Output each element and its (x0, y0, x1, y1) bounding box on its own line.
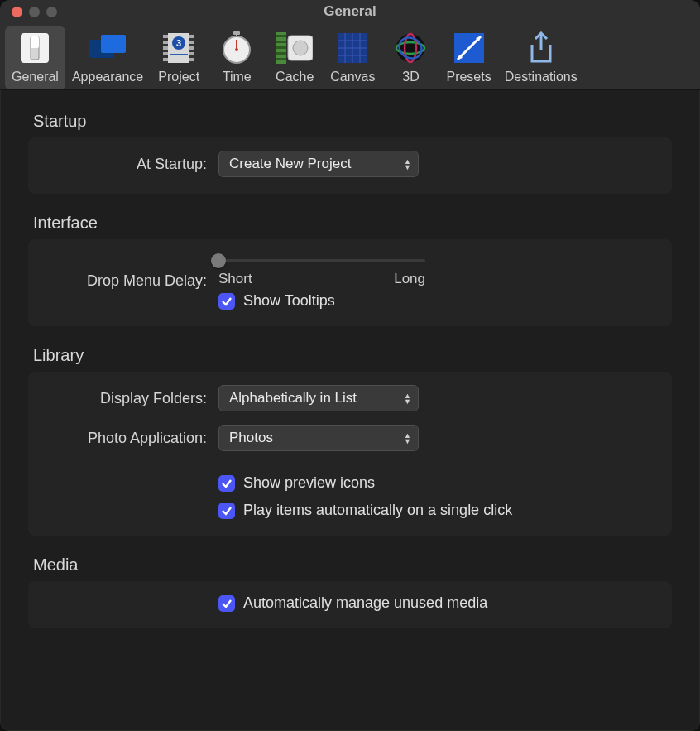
tab-destinations[interactable]: Destinations (498, 26, 584, 89)
svg-rect-8 (163, 35, 168, 38)
check-icon (221, 505, 233, 517)
svg-rect-28 (276, 41, 286, 43)
tab-label: Project (158, 70, 199, 84)
panel-media: Automatically manage unused media (28, 581, 672, 628)
section-heading-media: Media (33, 555, 672, 575)
svg-rect-16 (189, 52, 194, 55)
svg-rect-17 (189, 58, 194, 61)
tab-label: Appearance (72, 70, 143, 84)
slider-min-label: Short (218, 271, 252, 287)
panel-startup: At Startup: Create New Project ▲▼ (28, 137, 672, 194)
label-show-preview-icons: Show preview icons (243, 474, 375, 492)
popup-at-startup[interactable]: Create New Project ▲▼ (218, 151, 419, 177)
content-area: Startup At Startup: Create New Project ▲… (0, 90, 700, 665)
popup-photo-application[interactable]: Photos ▲▼ (218, 425, 419, 451)
svg-rect-15 (189, 46, 194, 50)
checkbox-play-auto[interactable] (218, 503, 235, 519)
tab-label: Cache (276, 70, 314, 84)
tab-presets[interactable]: Presets (439, 26, 497, 89)
slider-thumb-icon[interactable] (211, 253, 226, 268)
tab-label: Canvas (330, 70, 375, 84)
film-icon: 3 (161, 30, 197, 66)
label-show-tooltips: Show Tooltips (243, 292, 335, 310)
label-auto-manage-media: Automatically manage unused media (243, 594, 487, 612)
popup-value: Photos (229, 430, 273, 446)
checkbox-show-preview-icons[interactable] (218, 475, 235, 492)
popup-display-folders[interactable]: Alphabetically in List ▲▼ (218, 385, 419, 411)
svg-rect-27 (276, 35, 286, 37)
tab-3d[interactable]: 3D (381, 26, 439, 89)
tab-canvas[interactable]: Canvas (324, 26, 381, 89)
svg-rect-2 (31, 36, 39, 48)
window-title: General (0, 3, 700, 20)
checkbox-show-tooltips[interactable] (218, 293, 235, 310)
popup-value: Create New Project (229, 156, 351, 172)
tab-cache[interactable]: Cache (266, 26, 324, 89)
titlebar: General (0, 0, 700, 23)
label-at-startup: At Startup: (45, 156, 218, 173)
slider-drop-menu-delay[interactable] (218, 259, 425, 262)
chevron-updown-icon: ▲▼ (404, 433, 411, 444)
sphere-icon (392, 30, 429, 66)
share-icon (523, 30, 559, 66)
preferences-window: General General Appearance (0, 0, 700, 731)
svg-rect-13 (189, 35, 194, 38)
tab-appearance[interactable]: Appearance (65, 26, 150, 89)
switch-icon (17, 30, 53, 66)
svg-rect-10 (163, 46, 168, 50)
section-heading-interface: Interface (33, 214, 672, 233)
presets-icon (451, 30, 487, 66)
tab-time[interactable]: Time (208, 26, 266, 89)
slider-labels: Short Long (218, 271, 425, 287)
section-heading-startup: Startup (33, 112, 672, 131)
label-play-auto: Play items automatically on a single cli… (243, 502, 512, 519)
tab-label: Presets (446, 70, 491, 84)
checkbox-auto-manage-media[interactable] (218, 595, 235, 612)
label-drop-menu-delay: Drop Menu Delay: (45, 272, 218, 290)
label-photo-application: Photo Application: (45, 430, 218, 447)
canvas-icon (334, 30, 371, 66)
popup-value: Alphabetically in List (229, 390, 357, 406)
tab-label: 3D (402, 70, 419, 84)
tab-project[interactable]: 3 Project (150, 26, 208, 89)
svg-rect-30 (276, 52, 286, 55)
svg-rect-31 (276, 58, 286, 60)
svg-point-33 (293, 41, 308, 55)
chevron-updown-icon: ▲▼ (404, 393, 411, 404)
svg-point-25 (235, 48, 238, 51)
tab-label: Time (223, 70, 252, 84)
svg-rect-20 (170, 54, 188, 55)
svg-text:3: 3 (176, 38, 181, 48)
toolbar: General Appearance (0, 23, 700, 90)
chevron-updown-icon: ▲▼ (404, 159, 411, 170)
svg-rect-14 (189, 41, 194, 44)
stopwatch-icon (218, 30, 255, 66)
svg-rect-29 (276, 46, 286, 49)
cache-icon (276, 30, 313, 66)
svg-rect-9 (163, 41, 168, 44)
tab-label: Destinations (505, 70, 578, 84)
tab-label: General (12, 70, 59, 84)
svg-rect-12 (163, 58, 168, 61)
tab-general[interactable]: General (5, 26, 65, 89)
check-icon (221, 598, 233, 609)
svg-rect-11 (163, 52, 168, 55)
svg-rect-4 (101, 35, 126, 53)
panel-interface: Drop Menu Delay: Short Long (28, 239, 672, 326)
section-heading-library: Library (33, 346, 672, 365)
check-icon (221, 478, 233, 489)
label-display-folders: Display Folders: (45, 390, 218, 407)
panel-library: Display Folders: Alphabetically in List … (28, 372, 672, 536)
check-icon (221, 296, 233, 307)
appearance-icon (89, 30, 126, 66)
slider-max-label: Long (394, 271, 425, 287)
